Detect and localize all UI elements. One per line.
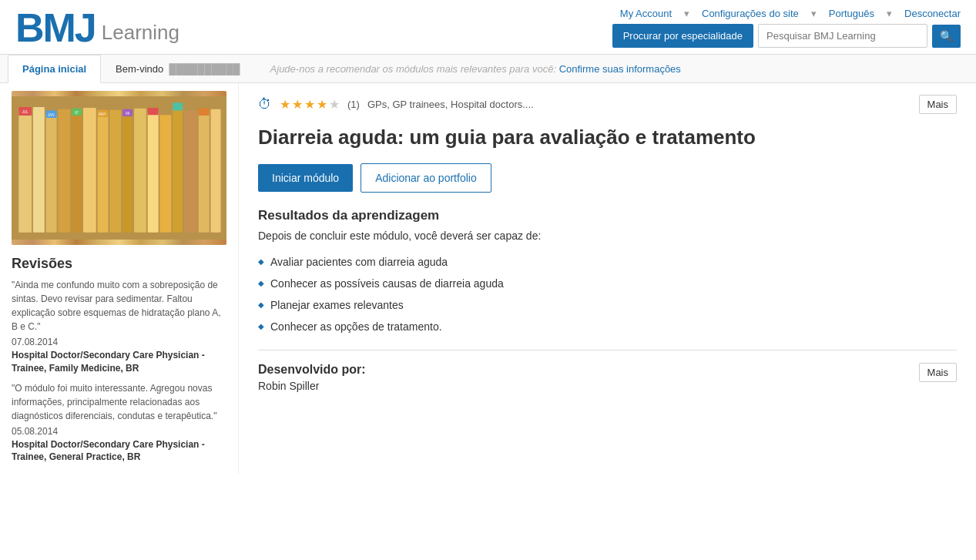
nav-sep-3: ▾ [887,8,892,19]
svg-rect-7 [83,108,96,233]
section-divider [258,350,957,350]
specialty-button[interactable]: Procurar por especialidade [612,24,753,48]
list-item: Conhecer as possíveis causas de diarreia… [258,273,957,294]
tab-pagina-inicial[interactable]: Página inicial [8,55,101,83]
svg-rect-13 [160,115,172,233]
username-display: ██████████ [169,63,240,75]
developed-by-label: Desenvolvido por: [258,363,366,377]
my-account-link[interactable]: My Account [620,8,672,19]
list-item: Conhecer as opções de tratamento. [258,316,957,337]
logo-learning: Learning [102,21,179,48]
list-item: Planejar exames relevantes [258,294,957,316]
left-panel: JUL JAN 97 MAY 96 Revisões "Ainda me con… [0,83,239,474]
module-image-svg: JUL JAN 97 MAY 96 [12,91,226,245]
svg-rect-2 [18,111,32,233]
svg-text:97: 97 [75,111,79,115]
svg-rect-3 [33,107,45,233]
list-item: "Ainda me confundo muito com a sobreposi… [12,278,226,375]
svg-rect-5 [58,109,70,233]
confirm-info-link[interactable]: Confirme suas informações [559,63,681,75]
language-link[interactable]: Português [829,8,874,19]
audience-mais-button[interactable]: Mais [919,95,957,114]
review-text-1: "Ainda me confundo muito com a sobreposi… [12,278,226,334]
add-portfolio-button[interactable]: Adicionar ao portfolio [361,163,491,193]
svg-rect-12 [148,112,159,233]
module-image: JUL JAN 97 MAY 96 [12,91,226,245]
start-module-button[interactable]: Iniciar módulo [258,164,353,192]
star-1: ★ [280,97,290,112]
review-author-2: Hospital Doctor/Secondary Care Physician… [12,438,226,464]
main-content: JUL JAN 97 MAY 96 Revisões "Ainda me con… [0,83,976,474]
svg-rect-24 [173,102,183,110]
search-bar: Procurar por especialidade 🔍 [612,24,961,48]
svg-rect-4 [46,114,57,232]
developer-info: Desenvolvido por: Robin Spiller [258,363,366,392]
module-meta: ⏱ ★ ★ ★ ★ ★ (1) GPs, GP trainees, Hospit… [258,95,957,114]
search-button[interactable]: 🔍 [932,25,961,48]
action-buttons: Iniciar módulo Adicionar ao portfolio [258,163,957,193]
svg-rect-23 [148,108,159,115]
outcomes-intro: Depois de concluir este módulo, você dev… [258,230,957,242]
right-panel: ⏱ ★ ★ ★ ★ ★ (1) GPs, GP trainees, Hospit… [239,83,976,474]
reviews-section: Revisões "Ainda me confundo muito com a … [12,256,226,464]
configuracoes-link[interactable]: Configurações do site [702,8,799,19]
svg-text:MAY: MAY [99,112,106,116]
author-name: Robin Spiller [258,380,366,392]
star-3: ★ [304,97,315,112]
list-item: "O módulo foi muito interessante. Agrego… [12,381,226,464]
svg-text:JUL: JUL [22,110,29,114]
svg-rect-25 [199,109,210,116]
audience-text: GPs, GP trainees, Hospital doctors.... [367,99,534,110]
tab-bar: Página inicial Bem-vindo ██████████ Ajud… [0,55,976,83]
svg-rect-6 [72,112,82,232]
star-2: ★ [292,97,303,112]
header-right: My Account ▾ Configurações do site ▾ Por… [612,8,961,48]
svg-rect-9 [109,110,121,233]
nav-sep-1: ▾ [684,8,689,19]
svg-text:96: 96 [126,112,130,116]
welcome-bar: Ajude-nos a recomendar os módulos mais r… [255,63,968,75]
star-4: ★ [317,97,327,112]
svg-rect-11 [134,109,146,233]
search-input[interactable] [758,24,927,48]
header: BMJ Learning My Account ▾ Configurações … [0,0,976,55]
learning-outcomes-section: Resultados da aprendizagem Depois de con… [258,208,957,337]
svg-rect-8 [98,113,109,232]
svg-rect-14 [173,106,183,233]
top-nav: My Account ▾ Configurações do site ▾ Por… [620,8,961,19]
developed-by-section: Desenvolvido por: Robin Spiller Mais [258,363,957,392]
reviews-title: Revisões [12,256,226,272]
list-item: Avaliar pacientes com diarreia aguda [258,251,957,273]
review-author-1: Hospital Doctor/Secondary Care Physician… [12,349,226,375]
outcomes-section-title: Resultados da aprendizagem [258,208,957,223]
svg-rect-17 [211,109,221,233]
developed-by-mais-button[interactable]: Mais [919,363,957,382]
review-date-1: 07.08.2014 [12,337,226,347]
review-text-2: "O módulo foi muito interessante. Agrego… [12,381,226,423]
tab-bem-vindo[interactable]: Bem-vindo ██████████ [101,55,254,83]
logo-area: BMJ Learning [15,8,179,48]
module-title: Diarreia aguda: um guia para avaliação e… [258,125,957,151]
star-5-empty: ★ [329,97,340,112]
desconectar-link[interactable]: Desconectar [904,8,961,19]
star-rating: ★ ★ ★ ★ ★ [280,97,340,112]
outcomes-list: Avaliar pacientes com diarreia aguda Con… [258,251,957,337]
svg-rect-16 [199,112,210,232]
rating-count: (1) [347,99,360,110]
logo-bmj: BMJ [15,8,96,48]
svg-rect-10 [122,112,132,232]
svg-text:JAN: JAN [48,113,55,117]
svg-rect-15 [184,111,197,233]
review-date-2: 05.08.2014 [12,426,226,437]
nav-sep-2: ▾ [811,8,817,19]
clock-icon: ⏱ [258,96,272,112]
